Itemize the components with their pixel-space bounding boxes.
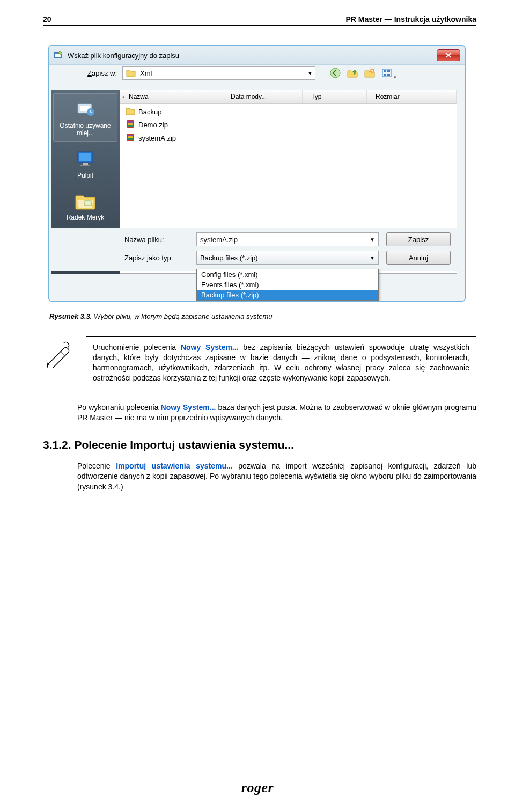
note-block: Uruchomienie polecenia Nowy System... be… [43,336,476,389]
list-item[interactable]: Backup [123,106,453,118]
page-number: 20 [43,15,52,24]
save-button[interactable]: Zapisz [386,232,451,246]
place-userfolder[interactable]: Radek Meryk [53,186,117,225]
figure-caption: Rysunek 3.3. Wybór pliku, w którym będą … [49,312,470,320]
save-file-dialog: Wskaż plik konfiguracyjny do zapisu Zapi… [48,45,466,302]
file-name: Demo.zip [138,121,168,129]
folder-icon [126,69,136,79]
file-name: systemA.zip [138,134,176,142]
pencil-icon [43,336,75,389]
archive-icon [126,133,135,144]
dialog-footer: Nazwa pliku: systemA.zip ▼ Zapisz Zapisz… [49,228,465,271]
chevron-down-icon: ▼ [370,237,375,243]
save-in-row: Zapisz w: Xml ▼ [49,65,465,84]
place-desktop[interactable]: Pulpit [53,144,117,184]
filetype-dropdown[interactable]: Config files (*.xml) Events files (*.xml… [196,269,379,301]
svg-rect-15 [80,165,90,166]
close-button[interactable] [437,49,460,61]
up-one-level-button[interactable] [345,67,359,79]
place-label: Radek Meryk [67,214,105,221]
save-in-label: Zapisz w: [57,69,117,77]
place-recent[interactable]: Ostatnio używane miej... [53,93,117,142]
new-folder-button[interactable] [363,67,377,79]
dropdown-option-selected[interactable]: Backup files (*.zip) [197,290,378,300]
section-heading: 3.1.2. Polecenie Importuj ustawienia sys… [43,438,476,451]
dropdown-option[interactable]: Events files (*.xml) [197,280,378,290]
svg-rect-6 [387,70,390,72]
col-size[interactable]: Rozmiar [367,90,457,103]
svg-rect-13 [79,153,91,161]
view-menu-button[interactable] [380,67,394,79]
doc-title: PR Master — Instrukcja użytkownika [345,15,476,24]
list-item[interactable]: systemA.zip [123,131,453,145]
col-type[interactable]: Typ [303,90,367,103]
filetype-combo[interactable]: Backup files (*.zip) ▼ [196,251,379,265]
col-date[interactable]: Data mody... [222,90,303,103]
col-name[interactable]: Nazwa [120,90,222,103]
svg-rect-5 [384,70,386,72]
svg-rect-26 [128,121,133,123]
svg-rect-8 [387,74,390,76]
file-name: Backup [138,108,161,116]
column-headers[interactable]: Nazwa Data mody... Typ Rozmiar [120,90,457,104]
dialog-titlebar: Wskaż plik konfiguracyjny do zapisu [49,46,465,65]
svg-rect-31 [128,138,133,140]
filename-value: systemA.zip [200,236,238,244]
svg-point-2 [330,68,340,78]
chevron-down-icon: ▼ [370,255,375,261]
archive-icon [126,119,135,130]
filetype-value: Backup files (*.zip) [200,254,258,262]
list-item[interactable]: Demo.zip [123,118,453,131]
svg-rect-14 [83,163,88,165]
place-label: Pulpit [77,172,93,179]
dialog-title: Wskaż plik konfiguracyjny do zapisu [68,52,437,60]
cancel-button[interactable]: Anuluj [386,251,451,265]
filetype-label: Zapisz jako typ: [124,254,189,262]
filename-input[interactable]: systemA.zip ▼ [196,232,379,246]
header-rule [43,25,476,26]
back-button[interactable] [328,67,342,79]
paragraph: Polecenie Importuj ustawienia systemu...… [77,461,476,493]
save-in-combo[interactable]: Xml ▼ [122,66,315,80]
chevron-down-icon: ▼ [307,70,313,76]
folder-icon [126,107,135,117]
svg-rect-7 [384,74,386,76]
place-label: Ostatnio używane miej... [55,122,116,137]
paragraph: Po wykonaniu polecenia Nowy System... ba… [77,403,476,423]
save-in-value: Xml [140,69,152,77]
note-text: Uruchomienie polecenia Nowy System... be… [86,336,476,389]
footer-logo: roger [0,780,515,796]
svg-rect-30 [128,135,133,136]
filename-label: Nazwa pliku: [124,236,189,244]
svg-rect-16 [85,201,91,206]
window-icon [54,50,63,60]
svg-rect-27 [128,125,133,127]
dropdown-option[interactable]: Config files (*.xml) [197,269,378,280]
